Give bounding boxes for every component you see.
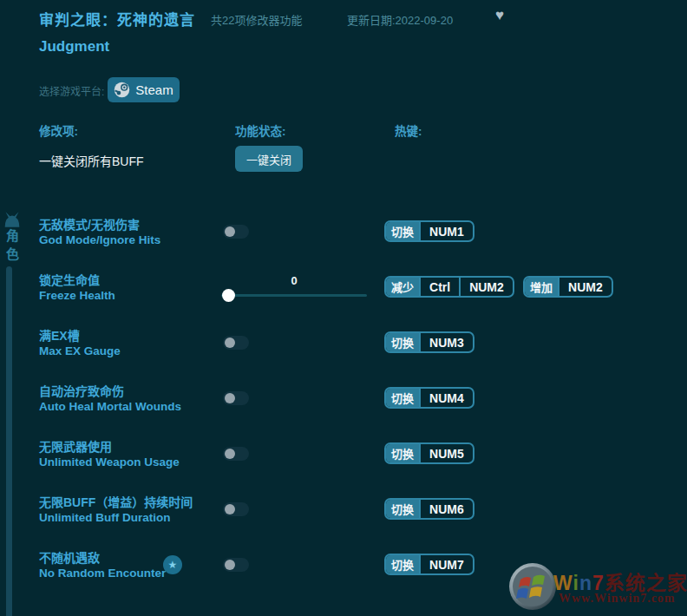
cheat-row: 自动治疗致命伤 Auto Heal Mortal Wounds [39,384,239,414]
max-ex-gauge-toggle[interactable] [223,336,249,350]
close-all-buffs-button[interactable]: 一键关闭 [235,146,303,172]
windows-logo-icon [508,562,557,611]
cheat-name-cn: 不随机遇敌 [39,551,239,566]
health-increase-hotkey[interactable]: 增加 NUM2 [523,276,613,298]
toggle-knob [225,226,235,237]
god-mode-hotkey[interactable]: 切换 NUM1 [384,220,474,242]
hotkey-action: 切换 [386,333,419,351]
hotkey-key: NUM6 [419,500,473,518]
cheat-name-cn: 无限BUFF（增益）持续时间 [39,495,239,510]
max-ex-gauge-hotkey[interactable]: 切换 NUM3 [384,331,474,353]
cheat-name-en: Unlimited Weapon Usage [39,455,239,469]
cheat-row: 不随机遇敌 No Random Encounter [39,551,239,580]
health-slider-value: 0 [221,274,367,287]
toggle-knob [225,504,235,514]
cheat-name-cn: 无限武器使用 [39,440,239,455]
character-category-icon[interactable] [3,211,21,227]
hotkey-action: 切换 [386,500,419,518]
cheat-name-cn: 无敌模式/无视伤害 [39,218,239,233]
hotkey-action: 切换 [386,222,419,240]
hotkey-key: NUM2 [459,278,513,296]
cheat-name-en: No Random Encounter [39,566,239,580]
cheat-row: 无限BUFF（增益）持续时间 Unlimited Buff Duration [39,495,239,525]
cheat-name-cn: 锁定生命值 [39,273,239,288]
hotkey-key: NUM3 [419,333,473,351]
column-header-hotkey: 热键: [395,121,422,139]
watermark: Win7系统之家 Www.Winwin7.com [508,560,687,616]
page-title-english: Judgment [39,38,109,56]
unlimited-buff-toggle[interactable] [223,502,249,516]
auto-heal-hotkey[interactable]: 切换 NUM4 [384,387,474,409]
master-buff-label: 一键关闭所有BUFF [39,152,144,169]
toggle-knob [225,560,235,570]
cheat-row: 无敌模式/无视伤害 God Mode/Ignore Hits [39,218,239,247]
unlimited-buff-hotkey[interactable]: 切换 NUM6 [384,498,474,520]
update-date: 更新日期:2022-09-20 [347,11,453,28]
hotkey-key: NUM5 [419,444,473,462]
toggle-knob [225,337,235,348]
hotkey-action: 切换 [386,555,419,573]
column-header-status: 功能状态: [235,121,286,139]
hotkey-action: 减少 [386,278,419,296]
cheat-name-en: Unlimited Buff Duration [39,510,239,525]
unlimited-weapon-hotkey[interactable]: 切换 NUM5 [384,442,474,464]
column-header-item: 修改项: [39,121,78,139]
star-icon: ★ [163,555,182,574]
hotkey-key: NUM2 [558,278,612,296]
toggle-knob [225,393,235,403]
cheat-name-cn: 满EX槽 [39,329,239,344]
no-random-encounter-toggle[interactable] [223,558,249,572]
health-slider-track[interactable] [221,294,367,297]
platform-select-label: 选择游戏平台: [39,83,104,98]
heart-icon[interactable]: ♥ [495,7,504,24]
cheat-row: 锁定生命值 Freeze Health [39,273,239,303]
no-random-encounter-hotkey[interactable]: 切换 NUM7 [384,554,474,575]
hotkey-action: 切换 [386,444,419,462]
steam-icon [114,82,130,98]
hotkey-key: NUM4 [419,389,473,407]
health-slider-knob[interactable] [222,289,235,302]
hotkey-key: NUM1 [419,222,473,240]
page-title: 审判之眼：死神的遗言 [39,8,195,29]
sidebar-scrollbar[interactable] [6,266,12,616]
health-decrease-hotkey[interactable]: 减少 Ctrl NUM2 [384,276,514,298]
cheat-row: 满EX槽 Max EX Gauge [39,329,239,358]
cheat-row: 无限武器使用 Unlimited Weapon Usage [39,440,239,469]
hotkey-key: Ctrl [419,278,459,296]
sidebar-category-character[interactable]: 角色 [3,229,21,265]
hotkey-action: 切换 [386,389,419,407]
god-mode-toggle[interactable] [223,225,249,239]
toggle-knob [225,449,235,459]
cheat-name-cn: 自动治疗致命伤 [39,384,239,399]
steam-button-label: Steam [135,82,173,97]
cheat-name-en: Max EX Gauge [39,344,239,358]
feature-count: 共22项修改器功能 [211,11,302,28]
hotkey-key: NUM7 [419,555,473,573]
watermark-url: Www.Winwin7.com [559,592,676,606]
cheat-name-en: Auto Heal Mortal Wounds [39,399,239,414]
hotkey-action: 增加 [525,278,558,296]
steam-platform-button[interactable]: Steam [108,77,180,102]
unlimited-weapon-toggle[interactable] [223,447,249,461]
cheat-name-en: Freeze Health [39,288,239,303]
auto-heal-toggle[interactable] [223,391,249,405]
cheat-name-en: God Mode/Ignore Hits [39,233,239,247]
